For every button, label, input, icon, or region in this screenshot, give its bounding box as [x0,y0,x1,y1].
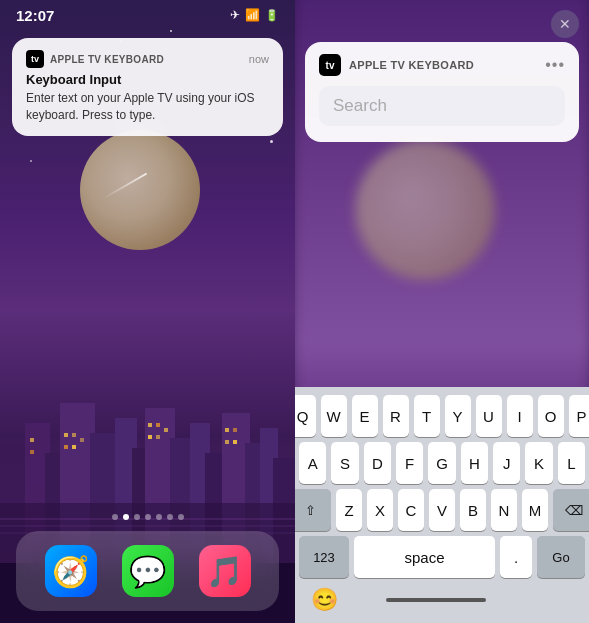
safari-icon: 🧭 [52,554,89,589]
numbers-key[interactable]: 123 [299,536,349,578]
svg-rect-24 [164,428,168,432]
key-w[interactable]: W [321,395,347,437]
key-q[interactable]: Q [295,395,316,437]
key-r[interactable]: R [383,395,409,437]
notif-title: Keyboard Input [26,72,269,87]
key-y[interactable]: Y [445,395,471,437]
svg-rect-29 [30,438,34,442]
notif-app-icon: tv [26,50,44,68]
moon-right [355,140,495,280]
messages-icon: 💬 [129,554,166,589]
emoji-icon: 😊 [311,587,338,612]
key-z[interactable]: Z [336,489,362,531]
keyboard-row-4: 123 space . Go [299,536,585,578]
music-icon: 🎵 [206,554,243,589]
atv-card-header: tv APPLE TV KEYBOARD ••• [319,54,565,76]
svg-rect-28 [233,440,237,444]
svg-rect-15 [64,433,68,437]
key-v[interactable]: V [429,489,455,531]
page-dot-6 [167,514,173,520]
page-dot-3 [134,514,140,520]
svg-rect-21 [156,423,160,427]
key-m[interactable]: M [522,489,548,531]
close-icon: ✕ [559,16,571,32]
page-dot-7 [178,514,184,520]
page-dot-1 [112,514,118,520]
key-p[interactable]: P [569,395,590,437]
key-a[interactable]: A [299,442,326,484]
svg-rect-33 [0,525,295,527]
svg-rect-25 [225,428,229,432]
search-input-container[interactable]: Search [319,86,565,126]
keyboard-row-2: A S D F G H J K L [299,442,585,484]
dock-music[interactable]: 🎵 [199,545,251,597]
keyboard: Q W E R T Y U I O P A S D F G H J K L ⇧ … [295,387,589,623]
airplane-icon: ✈ [230,8,240,22]
key-i[interactable]: I [507,395,533,437]
delete-key[interactable]: ⌫ [553,489,589,531]
key-n[interactable]: N [491,489,517,531]
search-placeholder: Search [333,96,387,115]
svg-rect-18 [72,445,76,449]
notif-app-name: APPLE TV KEYBOARD [50,54,249,65]
notif-time: now [249,53,269,65]
status-time: 12:07 [16,7,54,24]
key-o[interactable]: O [538,395,564,437]
page-dot-2 [123,514,129,520]
key-c[interactable]: C [398,489,424,531]
svg-rect-23 [156,435,160,439]
key-t[interactable]: T [414,395,440,437]
notification-card[interactable]: tv APPLE TV KEYBOARD now Keyboard Input … [12,38,283,136]
home-indicator [386,598,486,602]
status-bar: 12:07 ✈ 📶 🔋 [0,0,295,30]
go-key[interactable]: Go [537,536,585,578]
apple-tv-card: tv APPLE TV KEYBOARD ••• Search [305,42,579,142]
key-f[interactable]: F [396,442,423,484]
key-b[interactable]: B [460,489,486,531]
atv-app-name: APPLE TV KEYBOARD [349,59,545,71]
close-button[interactable]: ✕ [551,10,579,38]
atv-options-icon[interactable]: ••• [545,56,565,74]
key-h[interactable]: H [461,442,488,484]
page-dot-4 [145,514,151,520]
keyboard-row-3: ⇧ Z X C V B N M ⌫ [299,489,585,531]
key-g[interactable]: G [428,442,455,484]
key-x[interactable]: X [367,489,393,531]
dock-messages[interactable]: 💬 [122,545,174,597]
status-icons: ✈ 📶 🔋 [230,8,279,22]
keyboard-bottom-row: 😊 [299,583,585,619]
key-u[interactable]: U [476,395,502,437]
key-k[interactable]: K [525,442,552,484]
left-phone-panel: 12:07 ✈ 📶 🔋 tv APPLE TV KEYBOARD now Key… [0,0,295,623]
key-j[interactable]: J [493,442,520,484]
space-key[interactable]: space [354,536,495,578]
shift-key[interactable]: ⇧ [295,489,331,531]
wifi-icon: 📶 [245,8,260,22]
period-key[interactable]: . [500,536,532,578]
svg-rect-17 [64,445,68,449]
svg-rect-22 [148,435,152,439]
svg-rect-20 [148,423,152,427]
svg-rect-30 [30,450,34,454]
shift-icon: ⇧ [305,503,316,518]
right-panel: ✕ tv APPLE TV KEYBOARD ••• Search Q W E … [295,0,589,623]
svg-rect-19 [80,438,84,442]
delete-icon: ⌫ [565,503,583,518]
key-s[interactable]: S [331,442,358,484]
svg-rect-27 [225,440,229,444]
page-dot-5 [156,514,162,520]
battery-icon: 🔋 [265,9,279,22]
dock-safari[interactable]: 🧭 [45,545,97,597]
key-e[interactable]: E [352,395,378,437]
svg-rect-26 [233,428,237,432]
notif-body: Enter text on your Apple TV using your i… [26,90,269,124]
atv-app-icon: tv [319,54,341,76]
key-d[interactable]: D [364,442,391,484]
emoji-button[interactable]: 😊 [311,587,338,613]
keyboard-row-1: Q W E R T Y U I O P [299,395,585,437]
dock: 🧭 💬 🎵 [16,531,279,611]
page-dots [0,514,295,520]
key-l[interactable]: L [558,442,585,484]
svg-rect-16 [72,433,76,437]
notif-header: tv APPLE TV KEYBOARD now [26,50,269,68]
